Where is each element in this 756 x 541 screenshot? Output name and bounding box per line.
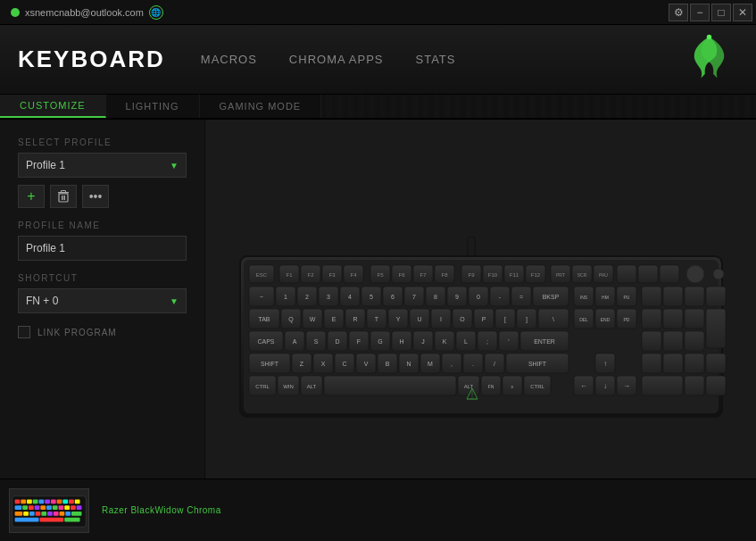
svg-text:F8: F8 — [441, 272, 448, 278]
svg-text:SHIFT: SHIFT — [528, 361, 546, 367]
profile-actions: + ••• — [18, 185, 187, 208]
close-button[interactable]: ✕ — [733, 4, 752, 21]
svg-text:M: M — [428, 361, 433, 367]
svg-text:F5: F5 — [377, 272, 384, 278]
link-program-row[interactable]: LINK PROGRAM — [18, 326, 187, 338]
svg-text:]: ] — [526, 316, 528, 323]
tab-lighting[interactable]: LIGHTING — [106, 95, 200, 118]
svg-rect-119 — [663, 309, 683, 329]
svg-rect-233 — [29, 511, 35, 515]
svg-point-0 — [707, 34, 712, 39]
svg-rect-1 — [59, 194, 68, 202]
svg-text:≡: ≡ — [511, 384, 513, 389]
delete-profile-button[interactable] — [50, 185, 77, 208]
svg-rect-226 — [53, 505, 58, 510]
svg-text:4: 4 — [348, 294, 352, 300]
svg-text:F9: F9 — [468, 272, 475, 278]
svg-rect-239 — [65, 511, 71, 515]
svg-rect-149 — [663, 331, 683, 351]
svg-rect-214 — [45, 499, 50, 504]
svg-text:J: J — [421, 338, 425, 345]
add-profile-button[interactable]: + — [18, 185, 45, 208]
maximize-button[interactable]: □ — [711, 4, 731, 21]
link-program-checkbox[interactable] — [18, 326, 30, 338]
select-profile-label: SELECT PROFILE — [18, 137, 187, 147]
svg-text:3: 3 — [327, 294, 330, 300]
svg-rect-227 — [59, 505, 64, 510]
svg-text:W: W — [309, 316, 315, 322]
svg-text:[: [ — [504, 316, 506, 323]
svg-text:8: 8 — [434, 294, 437, 300]
svg-text:O: O — [460, 316, 465, 322]
svg-rect-229 — [71, 505, 76, 510]
svg-point-44 — [686, 265, 704, 283]
svg-text:N: N — [406, 361, 411, 367]
svg-text:9: 9 — [455, 294, 459, 300]
svg-text:': ' — [508, 338, 509, 345]
shortcut-label: SHORTCUT — [18, 273, 187, 283]
svg-rect-80 — [642, 287, 661, 306]
svg-text:Y: Y — [395, 316, 400, 322]
svg-text:R: R — [353, 316, 357, 322]
tab-customize[interactable]: CUSTOMIZE — [0, 95, 106, 118]
svg-rect-221 — [22, 505, 28, 510]
bottom-strip: Razer BlackWidow Chroma — [0, 479, 756, 541]
header: KEYBOARD MACROS CHROMA APPS STATS — [0, 25, 756, 95]
profile-name-label: PROFILE NAME — [18, 221, 187, 230]
svg-text:=: = — [519, 294, 522, 300]
svg-text:WIN: WIN — [283, 384, 294, 389]
device-name: Razer BlackWidow Chroma — [102, 505, 221, 515]
svg-text:DEL: DEL — [579, 317, 588, 322]
svg-text:PRT: PRT — [556, 272, 565, 278]
svg-rect-225 — [46, 505, 52, 510]
shortcut-dropdown[interactable]: FN + 0 ▼ — [18, 288, 187, 313]
svg-rect-216 — [57, 499, 62, 504]
svg-text:SCR: SCR — [577, 272, 586, 278]
settings-button[interactable]: ⚙ — [669, 4, 688, 21]
nav-chroma-apps[interactable]: CHROMA APPS — [289, 53, 384, 66]
main-nav: MACROS CHROMA APPS STATS — [201, 53, 456, 66]
svg-text:F1: F1 — [286, 272, 293, 278]
nav-stats[interactable]: STATS — [416, 53, 456, 66]
svg-text:.: . — [472, 361, 474, 367]
svg-text:D: D — [335, 338, 339, 345]
svg-rect-240 — [71, 511, 82, 515]
tab-gaming-mode[interactable]: GAMING MODE — [200, 95, 322, 118]
device-thumbnail[interactable] — [9, 488, 89, 533]
svg-rect-212 — [33, 499, 38, 504]
svg-text:ENTER: ENTER — [534, 338, 555, 345]
profile-dropdown-value: Profile 1 — [26, 159, 65, 171]
svg-rect-41 — [617, 265, 636, 283]
svg-rect-178 — [663, 354, 683, 373]
svg-text:↑: ↑ — [603, 360, 607, 368]
svg-text:CTRL: CTRL — [255, 384, 270, 389]
svg-text:F: F — [356, 338, 360, 345]
svg-text:B: B — [385, 361, 389, 367]
profile-name-input[interactable] — [18, 236, 187, 261]
svg-rect-179 — [685, 354, 704, 373]
svg-rect-222 — [29, 505, 34, 510]
shortcut-dropdown-value: FN + 0 — [26, 295, 58, 307]
nav-macros[interactable]: MACROS — [201, 53, 257, 66]
svg-text:TAB: TAB — [258, 316, 270, 322]
svg-text:←: ← — [580, 382, 587, 390]
svg-rect-202 — [642, 376, 683, 395]
svg-text:ESC: ESC — [255, 272, 267, 278]
svg-text:→: → — [623, 382, 630, 390]
profile-dropdown[interactable]: Profile 1 ▼ — [18, 153, 187, 178]
svg-text:PU: PU — [623, 295, 629, 300]
svg-text:FN: FN — [487, 384, 494, 389]
svg-rect-204 — [706, 376, 726, 395]
svg-text:SHIFT: SHIFT — [260, 361, 278, 367]
svg-text:F11: F11 — [509, 272, 519, 278]
svg-text:~: ~ — [259, 294, 262, 300]
shortcut-dropdown-arrow-icon: ▼ — [170, 296, 179, 306]
svg-rect-82 — [685, 287, 704, 306]
svg-rect-228 — [64, 505, 70, 510]
svg-rect-180 — [706, 354, 726, 373]
svg-text:I: I — [440, 316, 442, 322]
more-options-button[interactable]: ••• — [82, 185, 109, 208]
minimize-button[interactable]: − — [690, 4, 710, 21]
svg-text:F4: F4 — [350, 272, 357, 278]
svg-text:ALT: ALT — [306, 384, 316, 389]
